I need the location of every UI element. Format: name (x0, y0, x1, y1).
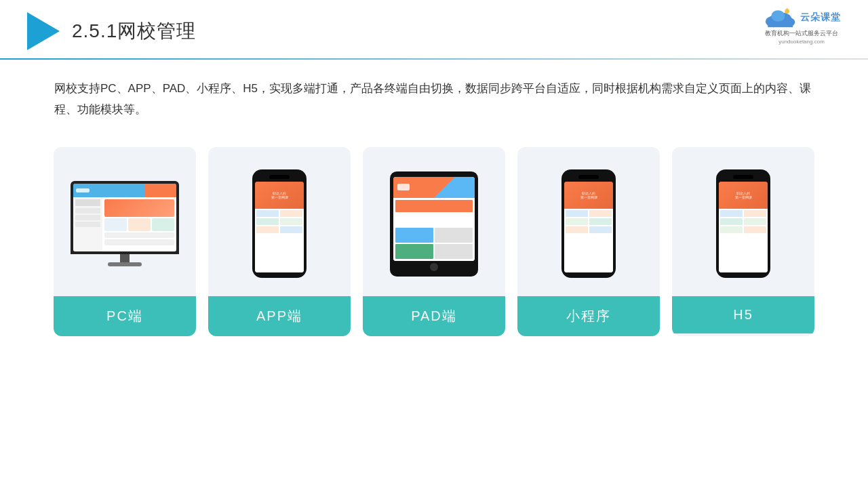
page-header: 2.5.1网校管理 云朵课堂 教育机构一站式服务云平台 yunduoketang… (0, 0, 868, 50)
mini-label: 小程序 (517, 296, 660, 336)
mini-cell-3 (566, 218, 588, 225)
h5-row-3 (720, 226, 766, 233)
app-header-text: 职达人的第一堂网课 (271, 191, 288, 200)
h5-cell-5 (720, 226, 743, 233)
h5-phone-screen: 职达人的第一堂网课 (719, 182, 768, 272)
app-cell-1 (256, 210, 279, 217)
monitor-screen (73, 184, 176, 251)
svg-rect-3 (768, 22, 793, 27)
app-cell-6 (280, 226, 302, 233)
mini-phone-notch (578, 175, 599, 179)
app-cell-4 (280, 218, 302, 225)
brand-name: 云朵课堂 (800, 12, 841, 24)
mini-row-3 (566, 226, 612, 233)
app-phone-screen: 职达人的第一堂网课 (255, 182, 304, 272)
page-title: 2.5.1网校管理 (72, 18, 196, 44)
pad-label: PAD端 (363, 296, 505, 336)
app-image-area: 职达人的第一堂网课 (208, 147, 351, 296)
brand-logo-icon: 云朵课堂 (762, 7, 841, 28)
h5-header-text: 职达人的第一堂网课 (735, 191, 752, 200)
mini-phone-screen: 职达人的第一堂网课 (564, 182, 613, 272)
monitor-screen-header (73, 184, 176, 197)
app-card: 职达人的第一堂网课 (208, 147, 351, 336)
brand-url: yunduoketang.com (778, 39, 825, 45)
mini-cell-1 (566, 210, 588, 217)
app-phone-body (255, 209, 304, 272)
h5-screen-content: 职达人的第一堂网课 (719, 182, 768, 272)
monitor-row-2 (104, 239, 174, 245)
pc-label: PC端 (54, 296, 196, 336)
app-row-1 (256, 210, 302, 217)
app-row-3 (256, 226, 302, 233)
h5-image-area: 职达人的第一堂网课 (672, 147, 814, 296)
mini-row-1 (566, 210, 612, 217)
mini-cell-6 (589, 226, 612, 233)
app-cell-5 (256, 226, 279, 233)
app-label: APP端 (208, 296, 351, 336)
pc-monitor-mockup (71, 181, 179, 266)
app-screen-content: 职达人的第一堂网课 (255, 182, 304, 272)
mini-image-area: 职达人的第一堂网课 (517, 147, 660, 296)
monitor-card-1 (104, 218, 127, 231)
mini-phone-mockup: 职达人的第一堂网课 (561, 169, 616, 278)
pad-tablet-header (393, 177, 475, 198)
h5-row-2 (720, 218, 766, 225)
pad-card: PAD端 (363, 147, 505, 336)
app-cell-3 (256, 218, 279, 225)
mini-screen-content: 职达人的第一堂网课 (564, 182, 613, 272)
monitor-card-3 (152, 218, 174, 231)
logo-triangle-icon (27, 12, 60, 50)
monitor-body (71, 181, 179, 254)
description-content: 网校支持PC、APP、PAD、小程序、H5，实现多端打通，产品各终端自由切换，数… (54, 82, 811, 116)
pc-image-area (54, 147, 196, 296)
monitor-neck (120, 254, 130, 262)
mini-row-2 (566, 218, 612, 225)
pc-card: PC端 (54, 147, 196, 336)
svg-point-4 (771, 10, 785, 22)
cloud-icon (762, 7, 796, 28)
mini-phone-body (564, 209, 613, 272)
pad-tablet-mockup (390, 171, 478, 277)
h5-cell-2 (744, 210, 766, 217)
brand-logo: 云朵课堂 教育机构一站式服务云平台 yunduoketang.com (762, 7, 841, 45)
monitor-main-content (102, 197, 176, 251)
monitor-card-2 (128, 218, 151, 231)
pad-tablet-screen (393, 177, 475, 261)
app-header-bar: 职达人的第一堂网课 (255, 182, 304, 209)
tablet-home-button (430, 263, 438, 271)
phone-notch (269, 175, 290, 179)
h5-cell-3 (720, 218, 743, 225)
h5-cell-1 (720, 210, 743, 217)
h5-phone-body (719, 209, 768, 272)
pad-cell-4 (395, 244, 433, 259)
description-text: 网校支持PC、APP、PAD、小程序、H5，实现多端打通，产品各终端自由切换，数… (0, 60, 868, 134)
h5-cell-4 (744, 218, 766, 225)
h5-phone-mockup: 职达人的第一堂网课 (716, 169, 770, 278)
monitor-banner (104, 199, 174, 217)
h5-header-bar: 职达人的第一堂网课 (719, 182, 768, 209)
app-phone-mockup: 职达人的第一堂网课 (252, 169, 307, 278)
device-cards-container: PC端 职达人的第一堂网课 (0, 134, 868, 350)
mini-cell-4 (589, 218, 612, 225)
mini-cell-5 (566, 226, 588, 233)
mini-header-bar: 职达人的第一堂网课 (564, 182, 613, 209)
mini-cell-2 (589, 210, 612, 217)
app-cell-2 (280, 210, 302, 217)
h5-card: 职达人的第一堂网课 (672, 147, 814, 336)
monitor-cards-row (104, 218, 174, 231)
h5-cell-6 (744, 226, 766, 233)
pad-cell-3 (435, 228, 473, 243)
monitor-sidebar (73, 197, 102, 251)
brand-tagline: 教育机构一站式服务云平台 (765, 30, 838, 38)
monitor-row-1 (104, 232, 174, 239)
monitor-base (108, 262, 142, 266)
mini-card: 职达人的第一堂网课 (517, 147, 660, 336)
h5-label: H5 (672, 296, 814, 333)
pad-image-area (363, 147, 505, 296)
mini-header-text: 职达人的第一堂网课 (580, 191, 597, 200)
h5-phone-notch (733, 175, 753, 179)
h5-row-1 (720, 210, 766, 217)
pad-cell-1 (395, 200, 473, 212)
pad-tablet-body (393, 198, 475, 261)
pad-cell-5 (435, 244, 473, 259)
